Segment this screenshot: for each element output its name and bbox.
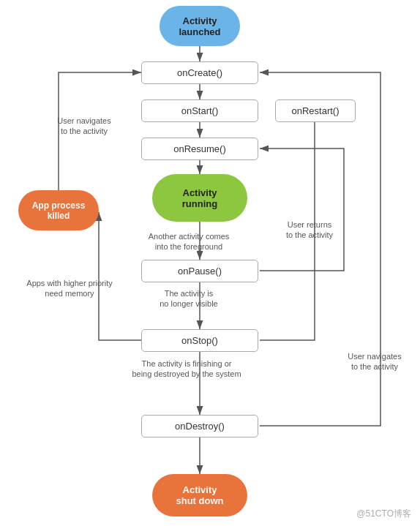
oncreate-box: onCreate() <box>141 61 258 84</box>
another-activity-label: Another activity comesinto the foregroun… <box>130 231 247 252</box>
onstop-box: onStop() <box>141 329 258 352</box>
user-returns-label: User returnsto the activity <box>277 219 342 241</box>
activity-lifecycle-diagram: Activitylaunched onCreate() onStart() on… <box>0 0 420 526</box>
onresume-box: onResume() <box>141 138 258 160</box>
activity-running-node: Activityrunning <box>152 174 247 222</box>
activity-no-longer-label: The activity isno longer visible <box>130 288 247 309</box>
onstart-box: onStart() <box>141 99 258 122</box>
user-navigates-label: User navigatesto the activity <box>44 116 124 137</box>
finishing-label: The activity is finishing orbeing destro… <box>113 358 260 380</box>
user-navigates-right-label: User navigatesto the activity <box>338 351 411 372</box>
apps-priority-label: Apps with higher priorityneed memory <box>22 278 117 299</box>
watermark: @51CTO博客 <box>356 508 411 520</box>
app-process-killed-node: App processkilled <box>18 190 99 230</box>
ondestroy-box: onDestroy() <box>141 415 258 437</box>
activity-shutdown-node: Activityshut down <box>152 474 247 516</box>
activity-launched-node: Activitylaunched <box>160 6 240 46</box>
onrestart-box: onRestart() <box>275 99 356 122</box>
onpause-box: onPause() <box>141 260 258 282</box>
